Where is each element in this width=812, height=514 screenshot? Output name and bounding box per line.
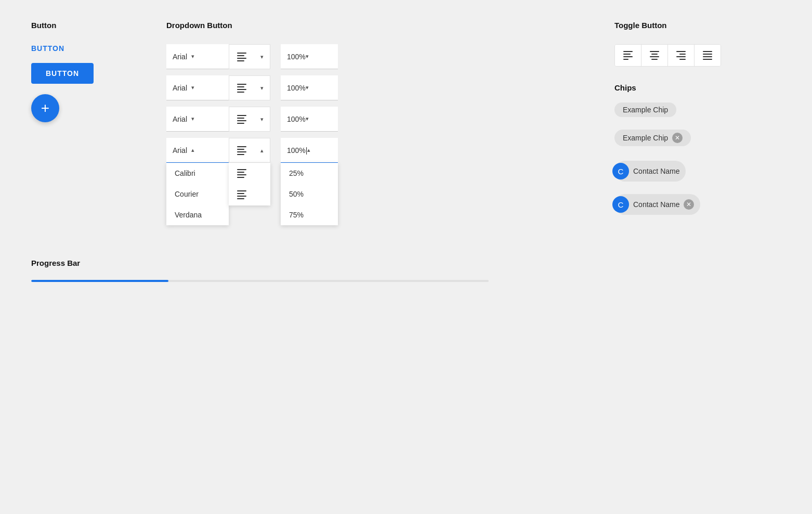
aj-line-2 [703,54,712,55]
list-icon-1[interactable] [229,44,254,69]
font-value-1: Arial [173,53,187,61]
dropdown-row-2: Arial ▾ ▾ 100% ▾ [166,75,594,100]
list-arrow-3[interactable]: ▾ [254,107,270,132]
ac-line-2 [651,54,658,55]
chip-contact-label-2: Contact Name [633,200,679,209]
chip-basic-2: Example Chip ✕ [614,130,691,146]
toggle-align-center[interactable] [641,45,668,66]
percent-value-2: 100% [287,84,306,92]
progress-track [31,280,489,282]
chip-avatar-2: C [612,196,629,213]
aj-line-3 [703,56,712,57]
list-lines-opt-2 [237,190,262,199]
percent-value-1: 100% [287,53,306,61]
toggle-align-left[interactable] [615,45,641,66]
aj-line-4 [703,59,712,60]
aj-line-1 [703,51,712,52]
percent-dropdown-2[interactable]: 100% ▾ [281,75,338,100]
ac-line-1 [650,51,659,52]
toggle-section-title: Toggle Button [614,21,781,30]
list-lines-icon-2 [237,84,246,93]
font-arrow-1: ▾ [191,53,194,60]
percent-arrow-1: ▾ [306,53,309,60]
dropdown-section-title: Dropdown Button [166,21,594,30]
progress-fill [31,280,168,282]
progress-section: Progress Bar [31,259,781,282]
dropdown-section: Dropdown Button Arial ▾ ▾ 100% ▾ [166,21,594,227]
list-icon-3[interactable] [229,107,254,132]
list-dropdown-menu [229,163,270,205]
font-dropdown-3[interactable]: Arial ▾ [166,107,229,132]
chip-row-2: Example Chip ✕ [614,130,781,152]
list-icon-4[interactable] [229,138,254,163]
font-arrow-2: ▾ [191,84,194,91]
font-option-courier[interactable]: Courier [166,184,229,204]
toggle-align-justify[interactable] [695,45,721,66]
percent-value-3: 100% [287,115,306,123]
font-option-verdana[interactable]: Verdana [166,204,229,225]
font-value-4: Arial [173,146,187,155]
list-icon-2[interactable] [229,75,254,100]
font-value-2: Arial [173,84,187,92]
chip-contact-1: C Contact Name [614,161,686,182]
chip-label-2: Example Chip [623,134,668,142]
font-dropdown-2[interactable]: Arial ▾ [166,75,229,100]
chip-close-2[interactable]: ✕ [672,133,683,143]
toggle-align-right[interactable] [668,45,695,66]
percent-dropdown-menu: 25% 50% 75% [281,163,338,225]
percent-option-50[interactable]: 50% [281,184,338,204]
percent-dropdown-3[interactable]: 100% ▾ [281,107,338,132]
progress-title: Progress Bar [31,259,781,267]
align-left-icon [623,51,633,60]
button-section-title: Button [31,21,166,30]
fab-button[interactable]: + [31,94,59,122]
font-option-calibri[interactable]: Calibri [166,163,229,184]
percent-value-4: 100%| [287,146,307,155]
percent-dropdown-4[interactable]: 100%| ▴ [281,138,338,163]
list-chevron-2: ▾ [260,85,264,92]
align-right-icon [676,51,686,60]
al-line-3 [623,56,633,57]
list-arrow-1[interactable]: ▾ [254,44,270,69]
percent-dropdown-1[interactable]: 100% ▾ [281,44,338,69]
chip-contact-label-1: Contact Name [633,167,679,175]
ac-line-4 [651,59,658,60]
list-lines-icon-1 [237,53,246,61]
chip-row-3: C Contact Name [614,161,781,188]
list-option-1[interactable] [229,163,270,184]
percent-arrow-4: ▴ [307,147,310,153]
percent-dropdown-open-group: 100%| ▴ 25% 50% 75% [270,138,338,163]
list-lines-icon-3 [237,115,246,124]
chip-contact-2: C Contact Name ✕ [614,194,700,215]
al-line-1 [623,51,633,52]
font-arrow-4: ▴ [191,147,194,153]
percent-option-25[interactable]: 25% [281,163,338,184]
list-arrow-2[interactable]: ▾ [254,75,270,100]
list-option-2[interactable] [229,184,270,205]
dropdown-row-3: Arial ▾ ▾ 100% ▾ [166,107,594,132]
toggle-button-group [614,44,721,67]
font-dropdown-menu: Calibri Courier Verdana [166,163,229,225]
percent-option-75[interactable]: 75% [281,204,338,225]
al-line-2 [623,54,631,55]
list-lines-icon-4 [237,146,246,155]
chip-label-1: Example Chip [623,106,668,114]
toggle-chips-section: Toggle Button [614,21,781,227]
list-lines-opt-1 [237,169,262,178]
list-arrow-4[interactable]: ▴ [254,138,270,163]
chips-title: Chips [614,83,781,92]
chip-close-contact-2[interactable]: ✕ [684,199,694,210]
dropdown-row-1: Arial ▾ ▾ 100% ▾ [166,44,594,69]
align-justify-icon [703,51,712,60]
ar-line-3 [676,56,686,57]
font-value-3: Arial [173,115,187,123]
text-button[interactable]: BUTTON [31,44,64,53]
filled-button[interactable]: BUTTON [31,63,94,84]
button-section: Button BUTTON BUTTON + [31,21,166,227]
font-dropdown-4[interactable]: Arial ▴ [166,138,229,163]
list-open-row: ▴ [229,138,270,163]
percent-arrow-3: ▾ [306,115,309,122]
font-dropdown-open-group: Arial ▴ Calibri Courier Verdana [166,138,229,163]
font-dropdown-1[interactable]: Arial ▾ [166,44,229,69]
ar-line-1 [676,51,686,52]
